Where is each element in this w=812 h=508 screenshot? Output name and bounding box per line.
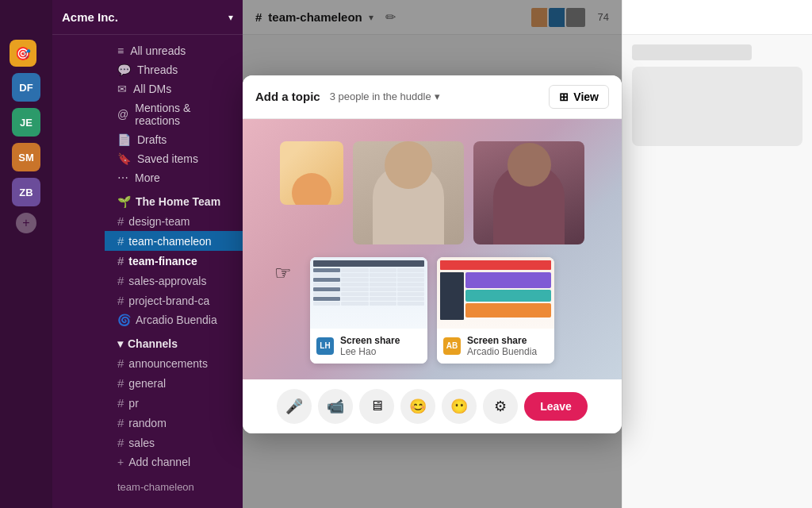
channel-project-brand[interactable]: # project-brand-ca: [105, 291, 243, 310]
saved-icon: 🔖: [117, 152, 131, 165]
sidebar: Acme Inc. ▾ ≡ All unreads 💬 Threads ✉ Al…: [52, 0, 243, 508]
workspace-logo[interactable]: 🎯: [10, 40, 36, 67]
right-panel-body: [622, 35, 812, 165]
section-home-team[interactable]: 🌱 The Home Team: [105, 187, 243, 211]
more-icon: ⋯: [117, 171, 128, 184]
participant-tile-2: [353, 141, 464, 244]
channel-sales-approvals-label: sales-approvals: [128, 275, 206, 287]
channel-pr-label: pr: [128, 397, 138, 410]
menu-icon: ≡: [117, 44, 124, 57]
channel-team-chameleon[interactable]: # team-chameleon: [105, 231, 243, 251]
add-channel-icon: +: [117, 456, 124, 468]
add-workspace-button[interactable]: +: [16, 213, 36, 233]
screen-share-text-1: Screen share Lee Hao: [340, 335, 400, 357]
screen-share-label-2: Screen share: [467, 335, 537, 346]
nav-drafts-label: Drafts: [137, 133, 167, 146]
channel-team-chameleon-label: team-chameleon: [128, 235, 211, 248]
nav-all-dms[interactable]: ✉ All DMs: [105, 79, 243, 98]
participant-count-badge: 3 people in the huddle ▾: [330, 90, 440, 102]
screenshare-button[interactable]: 🖥: [359, 389, 394, 424]
participant-tile-3: [473, 141, 584, 244]
channel-team-finance-label: team-finance: [128, 255, 197, 267]
nav-threads[interactable]: 💬 Threads: [105, 60, 243, 79]
settings-button[interactable]: ⚙: [483, 389, 518, 424]
avatar-df[interactable]: DF: [12, 73, 40, 102]
right-panel-header: [622, 0, 812, 35]
participant-body-3: [493, 165, 565, 244]
channel-team-finance[interactable]: # team-finance: [105, 251, 243, 271]
right-panel-placeholder-1: [632, 44, 752, 60]
video-button[interactable]: 📹: [318, 389, 353, 424]
cursor-pointer: ☞: [274, 262, 292, 284]
add-topic-button[interactable]: Add a topic: [255, 90, 320, 103]
nav-saved-items-label: Saved items: [137, 152, 198, 165]
video-participants: [259, 141, 606, 244]
screen-share-user-1: Lee Hao: [340, 346, 400, 357]
screen-share-avatar-2: AB: [443, 337, 461, 355]
section-channels[interactable]: ▾ Channels: [105, 329, 243, 353]
channel-announcements[interactable]: # announcements: [105, 353, 243, 373]
channel-sales-label: sales: [128, 437, 155, 449]
spreadsheet-preview: [310, 257, 427, 310]
screen-share-info-2: AB Screen share Arcadio Buendia: [437, 329, 554, 364]
nav-more-label: More: [135, 171, 160, 184]
dm-arcadio-label: Arcadio Buendia: [136, 314, 217, 326]
channel-design-team[interactable]: # design-team: [105, 211, 243, 231]
nav-all-unreads[interactable]: ≡ All unreads: [105, 41, 243, 60]
grid-icon: ⊞: [559, 90, 569, 103]
screenshare-icon: 🖥: [370, 398, 384, 414]
video-icon: 📹: [327, 398, 344, 415]
add-channel-label: Add channel: [128, 456, 190, 468]
nav-saved-items[interactable]: 🔖 Saved items: [105, 149, 243, 168]
dm-arcadio[interactable]: 🌀 Arcadio Buendia: [105, 310, 243, 329]
right-panel-placeholder-2: [632, 67, 802, 146]
screen-share-tile-2[interactable]: AB Screen share Arcadio Buendia: [437, 257, 554, 364]
channels-chevron-icon: ▾: [117, 337, 123, 350]
channel-general[interactable]: # general: [105, 373, 243, 393]
screen-share-text-2: Screen share Arcadio Buendia: [467, 335, 537, 357]
workspace-logo-icon: 🎯: [15, 46, 31, 61]
screen-share-tile-1[interactable]: LH Screen share Lee Hao: [310, 257, 427, 364]
leave-button[interactable]: Leave: [524, 392, 588, 421]
huddle-header: Add a topic 3 people in the huddle ▾ ⊞ V…: [243, 75, 622, 119]
channel-pr[interactable]: # pr: [105, 393, 243, 413]
design-preview: [437, 257, 554, 323]
participant-video-1: [280, 141, 343, 205]
nav-more[interactable]: ⋯ More: [105, 168, 243, 187]
huddle-modal: Add a topic 3 people in the huddle ▾ ⊞ V…: [243, 75, 622, 433]
avatar-je[interactable]: JE: [12, 108, 40, 137]
workspace-name[interactable]: Acme Inc.: [62, 10, 228, 24]
bottom-channel-info: team-chameleon: [105, 471, 243, 502]
nav-drafts[interactable]: 📄 Drafts: [105, 130, 243, 149]
avatar-zb[interactable]: ZB: [12, 178, 40, 206]
drafts-icon: 📄: [117, 133, 131, 146]
arcadio-avatar-icon: 🌀: [117, 314, 131, 326]
workspace-chevron: ▾: [228, 12, 233, 23]
right-panel: [622, 0, 812, 508]
section-icon: 🌱: [117, 195, 131, 208]
channel-sales-approvals[interactable]: # sales-approvals: [105, 271, 243, 291]
dms-icon: ✉: [117, 83, 127, 95]
sidebar-nav: ≡ All unreads 💬 Threads ✉ All DMs @ Ment…: [105, 35, 243, 508]
huddle-overlay: Add a topic 3 people in the huddle ▾ ⊞ V…: [243, 0, 622, 508]
microphone-icon: 🎤: [285, 398, 303, 415]
screen-share-user-2: Arcadio Buendia: [467, 346, 537, 357]
mute-button[interactable]: 🎤: [277, 389, 312, 424]
emoji-button[interactable]: 😊: [400, 389, 435, 424]
view-button[interactable]: ⊞ View: [549, 85, 609, 109]
mentions-icon: @: [117, 108, 128, 121]
screen-share-label-1: Screen share: [340, 335, 400, 346]
channel-sales[interactable]: # sales: [105, 433, 243, 452]
nav-mentions[interactable]: @ Mentions & reactions: [105, 98, 243, 130]
avatar-sm[interactable]: SM: [12, 143, 40, 171]
participant-head-2: [385, 141, 432, 189]
screen-preview-2: [437, 257, 554, 329]
participant-tile-1: [280, 141, 343, 205]
nav-all-dms-label: All DMs: [133, 83, 171, 95]
channel-random[interactable]: # random: [105, 413, 243, 433]
participant-head-1: [292, 173, 331, 205]
add-channel-button[interactable]: + Add channel: [105, 452, 243, 471]
reaction-icon: 😶: [450, 398, 468, 415]
reaction-button[interactable]: 😶: [442, 389, 477, 424]
huddle-controls: 🎤 📹 🖥 😊 😶 ⚙: [243, 379, 622, 433]
